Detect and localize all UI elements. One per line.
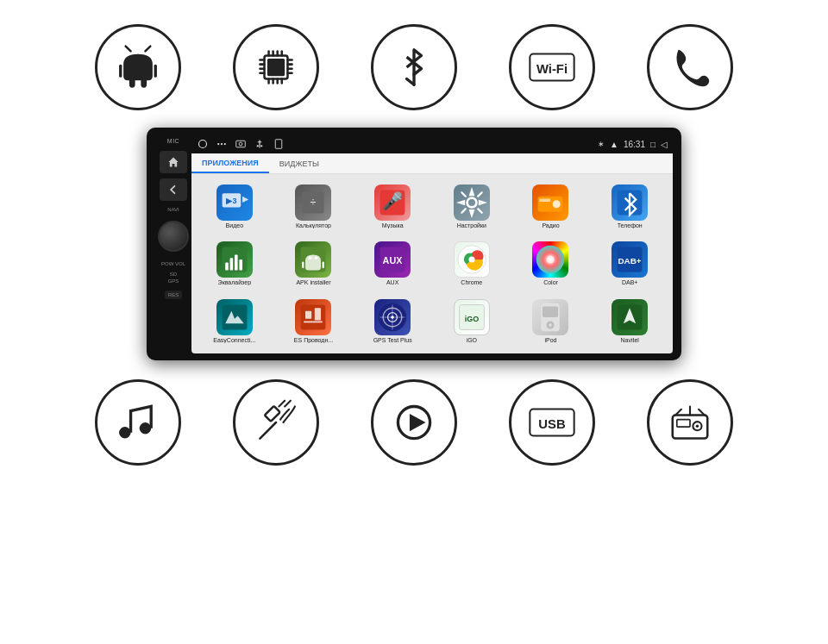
svg-point-29 (217, 143, 219, 145)
tabs-bar: ПРИЛОЖЕНИЯ ВИДЖЕТЫ (191, 153, 673, 174)
svg-point-33 (239, 142, 242, 146)
svg-text:iGO: iGO (465, 316, 480, 324)
wifi-icon-circle: Wi-Fi (509, 24, 595, 110)
app-igo[interactable]: iGO iGO (432, 292, 511, 350)
svg-text:÷: ÷ (310, 196, 317, 208)
bottom-icons-row: USB (0, 360, 828, 466)
status-left (197, 138, 285, 150)
time-display: 16:31 (624, 140, 645, 149)
bluetooth-icon-circle (371, 24, 457, 110)
app-color-icon (532, 241, 568, 278)
dots-icon (216, 138, 228, 150)
screen: ∗ ▲ 16:31 □ ◁ ПРИЛОЖЕНИЯ ВИДЖЕТЫ (191, 134, 673, 353)
bt-status-icon: ∗ (598, 140, 605, 148)
app-apk-icon (295, 241, 331, 278)
app-igo-label: iGO (467, 337, 477, 343)
svg-line-94 (285, 401, 291, 407)
app-es[interactable]: ES Проводн... (274, 292, 354, 350)
svg-marker-96 (410, 414, 426, 431)
stereo-wrapper: MIC NAVI POW VOL SDGPS RES (0, 128, 828, 360)
app-radio-icon (532, 184, 568, 221)
app-calc[interactable]: ÷ Калькулятор (274, 178, 354, 235)
app-eq-icon (216, 241, 253, 278)
app-dab-icon: DAB+ (612, 241, 648, 278)
app-apk[interactable]: APK installer (274, 235, 354, 293)
app-gpstest-label: GPS Test Plus (373, 337, 412, 343)
home-button[interactable] (160, 151, 187, 173)
app-apk-label: APK installer (296, 279, 330, 285)
svg-text:USB: USB (538, 417, 566, 431)
app-phone[interactable]: Телефон (590, 178, 669, 235)
mic-label: MIC (167, 138, 179, 144)
satellite-icon (253, 399, 299, 446)
svg-line-93 (279, 401, 285, 407)
volume-knob[interactable] (158, 221, 189, 252)
app-aux[interactable]: AUX AUX (353, 235, 432, 293)
phone-icon (667, 44, 713, 91)
app-navitel[interactable]: Navitel (590, 292, 669, 350)
svg-rect-72 (222, 305, 247, 330)
circle-icon (197, 138, 209, 150)
svg-text:▶3: ▶3 (226, 197, 236, 205)
app-aux-icon: AUX (374, 241, 411, 278)
navi-label: NAVI (167, 207, 179, 212)
svg-rect-7 (267, 59, 285, 76)
music-note-icon (115, 399, 161, 446)
app-settings[interactable]: Настройки (432, 178, 511, 235)
svg-line-4 (126, 47, 131, 52)
svg-rect-74 (305, 311, 311, 319)
app-dab[interactable]: DAB+ DAB+ (590, 235, 669, 293)
app-eq[interactable]: Эквалайзер (195, 235, 274, 293)
app-ipod[interactable]: iPod (511, 292, 591, 350)
svg-point-35 (257, 145, 259, 147)
radio-icon-circle (647, 379, 733, 466)
svg-line-5 (145, 47, 150, 52)
app-color-label: Color (543, 279, 558, 285)
svg-point-69 (547, 256, 555, 264)
pow-label: POW VOL (161, 261, 185, 266)
app-chrome[interactable]: Chrome (432, 235, 511, 293)
app-aux-label: AUX (386, 279, 398, 285)
app-chrome-icon (454, 241, 490, 278)
app-grid: ▶3 Видео ÷ Калькулятор 🎤 Музыка (191, 174, 673, 353)
app-calc-icon: ÷ (295, 184, 331, 221)
app-video[interactable]: ▶3 Видео (195, 178, 274, 235)
app-gpstest-icon (374, 299, 411, 335)
app-settings-icon (454, 184, 490, 221)
svg-point-31 (224, 143, 226, 145)
app-radio[interactable]: Радио (511, 178, 591, 235)
tab-apps[interactable]: ПРИЛОЖЕНИЯ (191, 153, 269, 173)
app-easycon-label: EasyConnecti... (213, 337, 255, 343)
file-icon (273, 138, 285, 150)
app-dab-label: DAB+ (622, 279, 637, 285)
svg-rect-37 (275, 140, 282, 149)
app-easycon-icon (216, 299, 253, 335)
app-music[interactable]: 🎤 Музыка (353, 178, 432, 235)
res-button[interactable]: RES (165, 291, 182, 299)
usb-icon (254, 138, 266, 150)
app-color[interactable]: Color (511, 235, 591, 293)
app-easycon[interactable]: EasyConnecti... (195, 292, 274, 350)
app-chrome-label: Chrome (461, 279, 482, 285)
app-music-icon: 🎤 (374, 184, 411, 221)
tab-widgets[interactable]: ВИДЖЕТЫ (269, 153, 329, 173)
android-icon (115, 44, 161, 91)
svg-point-45 (467, 197, 476, 207)
svg-point-36 (260, 145, 262, 147)
battery-icon: □ (650, 140, 656, 149)
phone-icon-circle (647, 24, 733, 110)
chip-icon-circle (233, 24, 319, 110)
app-es-icon (295, 299, 331, 335)
app-igo-icon: iGO (454, 299, 490, 335)
play-icon-circle (371, 379, 457, 466)
svg-rect-100 (677, 420, 690, 427)
left-panel: MIC NAVI POW VOL SDGPS RES (155, 134, 191, 353)
status-bar: ∗ ▲ 16:31 □ ◁ (191, 134, 673, 153)
back-button[interactable] (160, 178, 187, 201)
svg-rect-48 (540, 198, 551, 202)
app-ipod-label: iPod (544, 337, 556, 343)
app-gpstest[interactable]: GPS Test Plus (353, 292, 432, 350)
app-phone-icon (612, 184, 648, 221)
app-phone-label: Телефон (618, 222, 643, 228)
svg-text:AUX: AUX (383, 256, 404, 266)
